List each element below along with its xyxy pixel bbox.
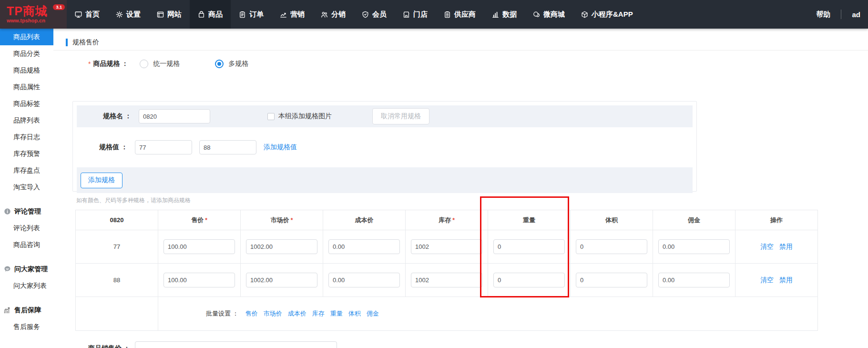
spec-value-row: 规格值 ： 添加规格值 [73,131,696,164]
sidebar-item-商品咨询[interactable]: 商品咨询 [0,236,53,253]
cost-price-input-row1[interactable] [328,239,400,254]
禁用-link-row2[interactable]: 禁用 [779,276,793,285]
nav-item-商品[interactable]: 商品 [190,0,231,29]
stock-cell [406,230,488,263]
settings-icon [116,11,123,18]
sidebar-item-商品列表[interactable]: 商品列表 [0,29,53,45]
batch-row: 批量设置 ： 售价市场价成本价库存重量体积佣金 [76,297,817,330]
nav-item-label: 供应商 [454,10,476,19]
spec-value-input-1[interactable] [135,140,192,154]
nav-item-营销[interactable]: 营销 [272,0,313,29]
sidebar-item-问大家列表[interactable]: 问大家列表 [0,277,53,294]
nav-item-供应商[interactable]: 供应商 [436,0,484,29]
nav-item-label: 营销 [290,10,305,19]
nav-item-数据[interactable]: 数据 [484,0,525,29]
stock-input-row1[interactable] [411,239,482,254]
禁用-link-row1[interactable]: 禁用 [779,243,793,251]
nav-item-门店[interactable]: 门店 [395,0,436,29]
batch-link-佣金[interactable]: 佣金 [367,309,379,318]
table-header-0820: 0820 [76,210,158,230]
sidebar-item-库存盘点[interactable]: 库存盘点 [0,162,53,179]
sidebar-item-商品属性[interactable]: 商品属性 [0,79,53,95]
sidebar-item-label: 评论列表 [13,224,40,233]
sidebar-item-label: 库存日志 [13,133,40,142]
cancel-common-spec-button[interactable]: 取消常用规格 [372,108,429,124]
batch-link-体积[interactable]: 体积 [348,309,361,318]
commission-input-row1[interactable] [658,239,730,254]
add-spec-button[interactable]: 添加规格 [81,173,123,188]
weight-input-row1[interactable] [493,239,565,254]
radio-off-icon[interactable] [140,60,148,68]
batch-link-市场价[interactable]: 市场价 [264,309,282,318]
price-input-row1[interactable] [163,239,235,254]
weight-input-row2[interactable] [493,273,565,287]
sidebar-item-label: 库存盘点 [13,166,40,175]
sidebar-item-商品标签[interactable]: 商品标签 [0,95,53,112]
radio-on-icon[interactable] [215,60,224,68]
sidebar-group-售后保障[interactable]: 售后保障 [0,302,53,318]
sidebar-item-label: 库存预警 [13,150,40,158]
required-mark: * [291,217,293,224]
batch-settings: 批量设置 ： 售价市场价成本价库存重量体积佣金 [158,297,817,330]
table-header-操作: 操作 [735,210,817,230]
spec-image-checkbox[interactable] [267,113,275,120]
stock-input-row2[interactable] [411,273,482,287]
cost-price-input-row2[interactable] [328,273,400,287]
nav-item-微商城[interactable]: 微商城 [525,0,573,29]
nav-item-小程序&APP[interactable]: 小程序&APP [573,0,641,29]
table-row-77: 77清空禁用 [76,230,817,263]
nav-item-分销[interactable]: 分销 [313,0,354,29]
section-header: 规格售价 [53,34,868,51]
sidebar-item-label: 商品规格 [13,66,40,75]
logo-subtitle: www.tpshop.cn [7,18,67,23]
spec-type-row: * 商品规格 ： 统一规格 多规格 [88,57,248,71]
add-spec-value-link[interactable]: 添加规格值 [264,143,297,152]
sidebar-item-商品分类[interactable]: 商品分类 [0,45,53,62]
volume-input-row1[interactable] [576,239,647,254]
spec-name-input[interactable] [139,109,210,123]
sidebar-item-淘宝导入[interactable]: 淘宝导入 [0,179,53,195]
batch-link-成本价[interactable]: 成本价 [288,309,306,318]
sidebar-item-库存日志[interactable]: 库存日志 [0,129,53,145]
market-price-input-row1[interactable] [246,239,317,254]
price-input-row2[interactable] [163,273,235,287]
table-header-体积: 体积 [571,210,653,230]
sidebar-item-评论列表[interactable]: 评论列表 [0,220,53,236]
required-mark: * [205,217,207,224]
nav-item-设置[interactable]: 设置 [108,0,149,29]
sidebar-item-售后服务[interactable]: 售后服务 [0,318,53,335]
user-menu[interactable]: ad [852,10,860,19]
table-header-佣金: 佣金 [653,210,735,230]
nav-item-会员[interactable]: 会员 [354,0,395,29]
commission-input-row2[interactable] [658,273,730,287]
sidebar-item-品牌列表[interactable]: 品牌列表 [0,112,53,129]
table-header-售价: 售价* [158,210,241,230]
clipped-field-input[interactable] [135,341,337,348]
nav-item-订单[interactable]: 订单 [231,0,272,29]
sidebar-item-库存预警[interactable]: 库存预警 [0,145,53,162]
table-header-市场价: 市场价* [241,210,323,230]
sidebar-item-label: 品牌列表 [13,116,40,125]
sidebar-item-商品规格[interactable]: 商品规格 [0,62,53,79]
spec-hint-text: 如有颜色、尺码等多种规格，请添加商品规格 [76,196,191,205]
batch-link-售价[interactable]: 售价 [245,309,258,318]
help-link[interactable]: 帮助 [816,10,830,19]
清空-link-row2[interactable]: 清空 [760,276,774,285]
marketing-icon [280,11,287,18]
radio-multi-spec[interactable]: 多规格 [215,60,248,68]
goods-icon [198,11,205,18]
table-header-row: 0820售价*市场价*成本价库存*重量体积佣金操作 [76,210,817,230]
batch-link-重量[interactable]: 重量 [330,309,343,318]
sidebar-group-问大家管理[interactable]: 问大家管理 [0,261,53,277]
sidebar-group-评论管理[interactable]: 评论管理 [0,203,53,220]
table-header-库存: 库存* [406,210,488,230]
market-price-input-row2[interactable] [246,273,317,287]
nav-item-首页[interactable]: 首页 [67,0,108,29]
volume-input-row2[interactable] [576,273,647,287]
radio-unified-spec[interactable]: 统一规格 [140,60,180,68]
spec-value-input-2[interactable] [199,140,256,154]
nav-item-网站[interactable]: 网站 [149,0,190,29]
nav-item-label: 设置 [126,10,141,19]
batch-link-库存[interactable]: 库存 [312,309,325,318]
清空-link-row1[interactable]: 清空 [760,243,774,251]
